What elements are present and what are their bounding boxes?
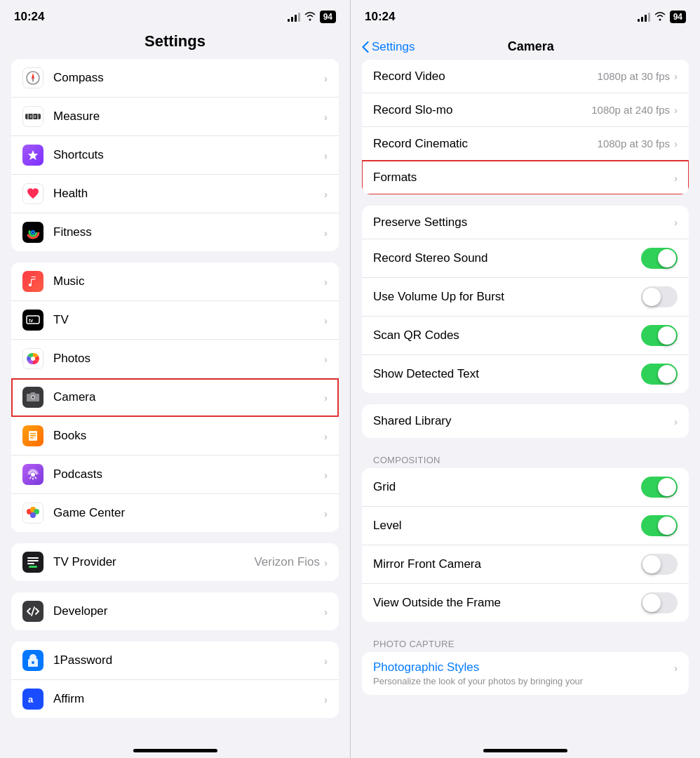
settings-group-5: 1Password › a Affirm › <box>11 641 339 718</box>
settings-item-podcasts[interactable]: Podcasts › <box>11 456 339 494</box>
camera-mirror-front[interactable]: Mirror Front Camera <box>362 545 689 584</box>
photo-styles-chevron: › <box>674 662 678 674</box>
podcasts-label: Podcasts <box>53 467 324 481</box>
measure-chevron: › <box>324 111 328 123</box>
view-outside-toggle[interactable] <box>641 592 678 613</box>
grid-toggle[interactable] <box>641 477 678 498</box>
show-text-toggle[interactable] <box>641 364 678 385</box>
compass-icon <box>22 67 43 88</box>
settings-item-tvprovider[interactable]: TV Provider Verizon Fios › <box>11 543 339 581</box>
settings-item-compass[interactable]: Compass › <box>11 59 339 98</box>
settings-item-1password[interactable]: 1Password › <box>11 641 339 680</box>
bottom-spacer <box>11 729 339 743</box>
settings-item-shortcuts[interactable]: Shortcuts › <box>11 136 339 175</box>
settings-item-health[interactable]: Health › <box>11 175 339 213</box>
shared-library-label: Shared Library <box>373 414 674 428</box>
settings-item-tv[interactable]: tv TV › <box>11 301 339 340</box>
camera-icon <box>22 387 43 408</box>
shortcuts-label: Shortcuts <box>53 148 324 162</box>
camera-show-text[interactable]: Show Detected Text <box>362 355 689 393</box>
svg-rect-28 <box>27 563 34 564</box>
camera-preserve-settings[interactable]: Preserve Settings › <box>362 206 689 239</box>
camera-level[interactable]: Level <box>362 507 689 545</box>
preserve-settings-label: Preserve Settings <box>373 215 674 230</box>
preserve-chevron: › <box>674 216 678 228</box>
level-toggle[interactable] <box>641 515 678 536</box>
camera-volume-burst[interactable]: Use Volume Up for Burst <box>362 278 689 317</box>
photo-styles-label: Photographic Styles <box>373 660 674 674</box>
back-button[interactable]: Settings <box>362 40 415 54</box>
scan-qr-toggle[interactable] <box>641 325 678 346</box>
settings-item-gamecenter[interactable]: Game Center › <box>11 494 339 532</box>
compass-label: Compass <box>53 71 324 85</box>
wifi-icon <box>304 11 316 23</box>
camera-grid[interactable]: Grid <box>362 468 689 507</box>
svg-point-16 <box>32 397 34 399</box>
volume-burst-label: Use Volume Up for Burst <box>373 290 641 304</box>
settings-item-measure[interactable]: Measure › <box>11 98 339 136</box>
camera-record-slomo[interactable]: Record Slo-mo 1080p at 240 fps › <box>362 93 689 127</box>
left-page-title: Settings <box>0 29 350 59</box>
home-indicator-left <box>0 743 350 758</box>
record-cinematic-label: Record Cinematic <box>373 137 598 151</box>
view-outside-label: View Outside the Frame <box>373 596 641 610</box>
record-video-chevron: › <box>674 70 678 82</box>
record-stereo-toggle[interactable] <box>641 248 678 269</box>
record-stereo-label: Record Stereo Sound <box>373 251 641 265</box>
camera-view-outside[interactable]: View Outside the Frame <box>362 584 689 622</box>
podcasts-icon <box>22 464 43 485</box>
mirror-front-toggle[interactable] <box>641 554 678 575</box>
svg-point-25 <box>30 512 36 518</box>
left-time: 10:24 <box>14 10 44 24</box>
formats-label: Formats <box>373 171 674 185</box>
developer-label: Developer <box>53 604 324 618</box>
volume-burst-toggle[interactable] <box>641 286 678 307</box>
affirm-label: Affirm <box>53 692 324 706</box>
scan-qr-label: Scan QR Codes <box>373 328 641 343</box>
grid-label: Grid <box>373 480 641 494</box>
svg-rect-19 <box>30 435 36 437</box>
settings-item-affirm[interactable]: a Affirm › <box>11 680 339 718</box>
shared-library-chevron: › <box>674 415 678 427</box>
settings-item-developer[interactable]: Developer › <box>11 592 339 630</box>
svg-text:a: a <box>28 694 34 705</box>
camera-formats[interactable]: Formats › <box>362 161 689 194</box>
left-status-bar: 10:24 94 <box>0 0 350 29</box>
back-label: Settings <box>372 40 415 54</box>
settings-list: Compass › Measure › Shortcuts › <box>0 59 350 743</box>
fitness-chevron: › <box>324 227 328 239</box>
camera-shared-group: Shared Library › <box>362 404 689 438</box>
settings-item-books[interactable]: Books › <box>11 417 339 456</box>
compass-chevron: › <box>324 72 328 84</box>
settings-item-photos[interactable]: Photos › <box>11 340 339 378</box>
svg-rect-26 <box>27 557 39 559</box>
record-slomo-chevron: › <box>674 104 678 116</box>
health-chevron: › <box>324 188 328 200</box>
tvprovider-label: TV Provider <box>53 555 254 569</box>
settings-item-camera[interactable]: Camera › <box>11 378 339 417</box>
camera-record-cinematic[interactable]: Record Cinematic 1080p at 30 fps › <box>362 127 689 161</box>
photo-capture-header: PHOTO CAPTURE <box>362 633 689 652</box>
affirm-icon: a <box>22 689 43 710</box>
camera-scan-qr[interactable]: Scan QR Codes <box>362 317 689 355</box>
right-panel: 10:24 94 <box>350 0 700 758</box>
measure-label: Measure <box>53 109 324 124</box>
1password-label: 1Password <box>53 653 324 667</box>
camera-shared-library[interactable]: Shared Library › <box>362 404 689 438</box>
camera-settings-list: Record Video 1080p at 30 fps › Record Sl… <box>351 60 700 743</box>
tv-label: TV <box>53 313 324 327</box>
tvprovider-icon <box>22 552 43 573</box>
record-cinematic-chevron: › <box>674 138 678 149</box>
record-slomo-value: 1080p at 240 fps <box>591 104 670 116</box>
svg-rect-29 <box>29 566 37 568</box>
level-label: Level <box>373 519 641 533</box>
camera-label: Camera <box>53 390 324 404</box>
measure-icon <box>22 106 43 127</box>
show-text-label: Show Detected Text <box>373 367 641 381</box>
camera-photo-styles[interactable]: Photographic Styles › Personalize the lo… <box>362 652 689 695</box>
camera-record-video[interactable]: Record Video 1080p at 30 fps › <box>362 60 689 93</box>
settings-item-fitness[interactable]: Fitness › <box>11 213 339 251</box>
camera-record-stereo[interactable]: Record Stereo Sound <box>362 239 689 278</box>
settings-item-music[interactable]: Music › <box>11 262 339 301</box>
right-wifi-icon <box>654 11 666 23</box>
